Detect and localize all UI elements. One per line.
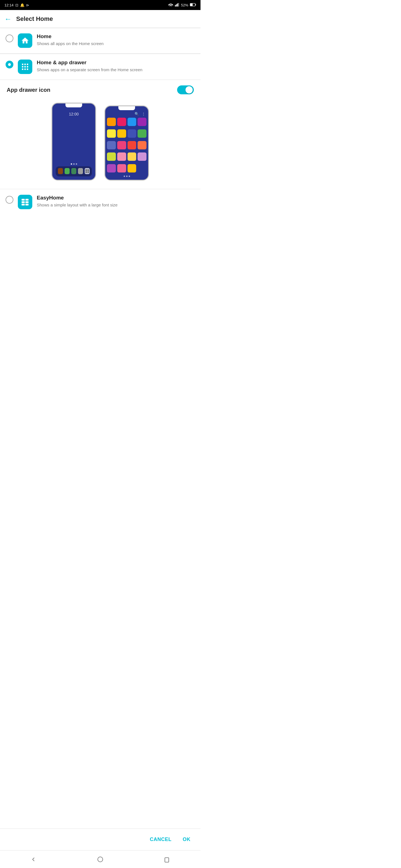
option-text-drawer: Home & app drawer Shows apps on a separa… [37, 60, 195, 72]
content: Home Shows all apps on the Home screen H… [0, 28, 200, 215]
drawer-header-icons: 🔍 ⋮ [107, 111, 146, 118]
wifi-icon [168, 3, 173, 7]
option-home[interactable]: Home Shows all apps on the Home screen [0, 28, 200, 54]
phone-body-left: 12:00 [52, 103, 95, 180]
svg-rect-18 [25, 199, 28, 200]
cast-icon: ⊳ [26, 3, 29, 7]
status-time: 12:14 [4, 3, 13, 7]
header: ← Select Home [0, 10, 200, 28]
svg-rect-19 [22, 202, 25, 203]
phone-preview-home: 12:00 [52, 103, 96, 181]
svg-rect-11 [22, 66, 23, 68]
svg-rect-2 [176, 4, 177, 6]
page-title: Select Home [16, 15, 53, 23]
phone-dots-right [107, 176, 146, 177]
svg-rect-13 [27, 66, 28, 68]
svg-rect-20 [25, 202, 28, 203]
radio-home[interactable] [6, 34, 13, 42]
preview-container: 12:00 [0, 100, 200, 189]
app-grid [107, 118, 146, 175]
svg-rect-12 [25, 66, 26, 68]
icon-easyhome [18, 195, 32, 209]
option-title-easyhome: EasyHome [37, 195, 195, 201]
svg-rect-6 [195, 4, 196, 5]
icon-home-drawer [18, 60, 32, 74]
svg-rect-0 [175, 5, 175, 6]
icon-home [18, 33, 32, 48]
option-desc-easyhome: Shows a simple layout with a large font … [37, 202, 195, 208]
option-text-home: Home Shows all apps on the Home screen [37, 33, 195, 46]
phone-body-right: 🔍 ⋮ [105, 106, 148, 180]
drawer-button [85, 168, 90, 174]
app-drawer-toggle[interactable] [177, 85, 194, 94]
option-home-drawer[interactable]: Home & app drawer Shows apps on a separa… [0, 54, 200, 80]
status-left: 12:14 ⊡ 🔔 ⊳ [4, 3, 29, 7]
status-bar: 12:14 ⊡ 🔔 ⊳ 52% [0, 0, 200, 10]
notification-icon: 🔔 [20, 3, 25, 7]
photo-icon: ⊡ [15, 3, 18, 7]
svg-rect-10 [27, 64, 28, 65]
option-text-easyhome: EasyHome Shows a simple layout with a la… [37, 195, 195, 208]
radio-home-drawer[interactable] [6, 61, 13, 68]
battery-percentage: 52% [181, 3, 188, 7]
svg-rect-7 [190, 3, 193, 6]
option-desc-drawer: Shows apps on a separate screen from the… [37, 67, 195, 72]
signal-icon [175, 3, 179, 7]
phone-notch-right [118, 106, 135, 110]
option-desc-home: Shows all apps on the Home screen [37, 41, 195, 46]
option-easyhome[interactable]: EasyHome Shows a simple layout with a la… [0, 189, 200, 215]
more-icon: ⋮ [142, 112, 145, 116]
svg-rect-1 [176, 4, 176, 6]
status-right: 52% [168, 3, 196, 7]
svg-rect-15 [25, 68, 26, 70]
radio-easyhome[interactable] [6, 196, 13, 204]
app-drawer-toggle-row: App drawer icon [0, 80, 200, 100]
svg-rect-17 [22, 199, 25, 200]
svg-rect-22 [25, 204, 28, 205]
toggle-label: App drawer icon [7, 87, 50, 93]
option-title-drawer: Home & app drawer [37, 60, 195, 66]
svg-rect-14 [22, 68, 23, 70]
svg-rect-8 [22, 64, 23, 65]
phone-notch-left [65, 103, 82, 107]
phone-taskbar [56, 166, 92, 176]
svg-rect-9 [25, 64, 26, 65]
back-button[interactable]: ← [4, 15, 12, 23]
svg-rect-3 [178, 3, 178, 6]
phone-preview-drawer: 🔍 ⋮ [105, 105, 149, 181]
svg-rect-21 [22, 204, 25, 205]
phone-time: 12:00 [55, 112, 93, 116]
svg-rect-16 [27, 68, 28, 70]
search-icon: 🔍 [135, 112, 139, 116]
phone-dots-left [55, 163, 93, 165]
svg-rect-4 [178, 3, 179, 6]
battery-icon [190, 3, 196, 7]
option-title-home: Home [37, 33, 195, 39]
